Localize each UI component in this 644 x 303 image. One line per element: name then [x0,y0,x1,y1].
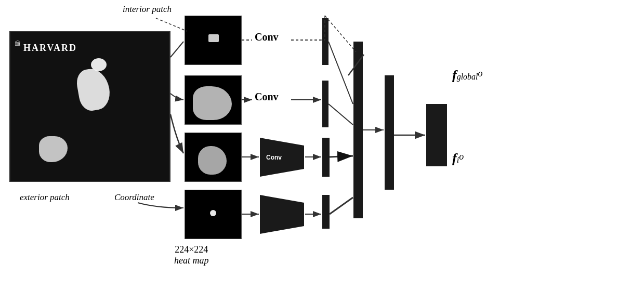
image-blob-3 [39,136,68,162]
bar-output [385,75,394,190]
patch-bot-dot [210,210,216,216]
bar-bot [322,195,330,229]
bar-top [322,18,328,65]
conv2-label: Conv [255,91,279,103]
patch-top [185,16,242,65]
svg-line-16 [330,197,353,214]
svg-line-15 [330,156,353,157]
patch-mid2-blob [198,146,227,175]
patch-mid2 [185,133,242,182]
output-block [426,104,447,166]
image-blob-1 [75,66,113,112]
svg-line-13 [328,42,353,104]
harvard-logo-icon: 🏛 [15,40,21,48]
bar-mid1 [322,81,328,127]
bar-combined [353,42,363,218]
conv3-block: Conv [260,138,304,177]
harvard-text: HARVARD [23,43,77,54]
interior-patch-label: interior patch [123,4,172,15]
svg-line-14 [328,104,353,125]
exterior-patch-label: exterior patch [20,192,70,203]
svg-line-22 [325,16,356,52]
conv4-block [260,195,304,234]
patch-mid1 [185,75,242,125]
main-image: 🏛 HARVARD [9,31,170,182]
conv1-label: Conv [255,31,279,43]
patch-mid1-blob [193,86,232,120]
patch-bot [185,190,242,239]
svg-marker-2 [260,195,304,234]
svg-line-4 [170,42,183,57]
svg-text:Conv: Conv [266,154,282,161]
diagram-container: 🏛 HARVARD Conv Conv Conv [0,0,644,303]
coordinate-label: Coordinate [114,192,154,203]
image-blob-2 [91,58,107,71]
svg-line-3 [156,18,187,31]
heatmap-label: 224×224 heat map [174,244,209,266]
f-global-label: fglobalo [452,68,483,83]
patch-top-detail [208,34,219,42]
bar-mid2 [322,138,330,177]
f-i-label: fio [452,151,464,166]
